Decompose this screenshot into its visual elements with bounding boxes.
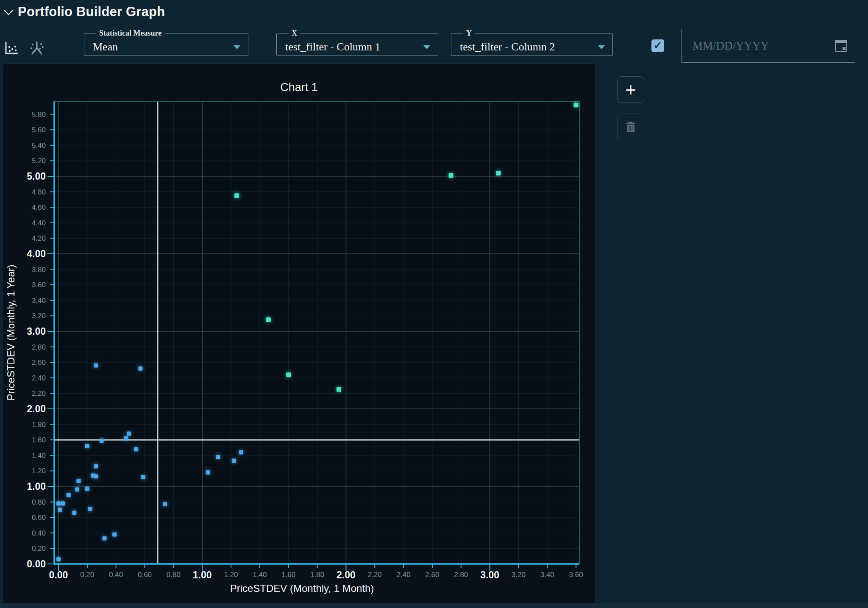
scatter-chart-icon[interactable] [3,41,19,56]
x-axis-value: test_filter - Column 1 [285,41,381,53]
scatter-point[interactable] [94,364,98,368]
x-tick-label: 1.20 [224,571,238,579]
scatter-point[interactable] [103,536,107,541]
y-tick-label: 2.00 [27,403,46,414]
scatter-point[interactable] [138,366,142,371]
scatter-point[interactable] [239,450,243,454]
scatter-point[interactable] [124,436,128,441]
y-tick-label: 5.40 [32,142,46,150]
x-axis-select[interactable]: X test_filter - Column 1 [276,29,438,56]
y-tick-label: 4.40 [32,219,46,227]
y-tick-label: 0.60 [32,514,46,522]
x-tick-label: 1.60 [281,571,295,579]
scatter-point[interactable] [75,487,79,491]
x-tick-label: 2.00 [337,569,356,580]
plot-area[interactable] [54,101,579,564]
y-tick-label: 5.80 [32,111,46,119]
y-tick-label: 5.60 [32,126,46,134]
x-tick-label: 3.00 [480,569,499,580]
y-tick-label: 1.00 [27,481,46,492]
scatter-point[interactable] [127,432,131,436]
y-tick-label: 2.40 [32,374,46,382]
statistical-measure-value: Mean [93,41,118,53]
scatter-point[interactable] [206,470,210,475]
y-tick-label: 4.60 [32,203,46,211]
scatter-point[interactable] [286,372,291,377]
y-tick-label: 4.00 [27,248,46,259]
y-tick-label: 3.20 [32,312,46,320]
scatter-point[interactable] [449,173,453,178]
x-tick-label: 1.40 [253,571,267,579]
scatter-3d-chart-icon[interactable] [29,41,45,56]
chart-1-canvas[interactable]: Chart 10.000.200.400.600.801.001.201.401… [3,64,595,604]
x-tick-label: 3.40 [540,571,554,579]
chart-title: Chart 1 [280,81,318,94]
scatter-point[interactable] [112,532,117,536]
scatter-point[interactable] [67,493,71,497]
scatter-point[interactable] [496,171,501,175]
y-tick-label: 5.20 [32,157,46,165]
scatter-point[interactable] [85,486,89,491]
date-input[interactable] [692,39,835,53]
statistical-measure-select[interactable]: Statistical Measure Mean [84,29,248,56]
dropdown-caret-icon[interactable] [598,45,605,49]
x-tick-label: 2.60 [425,571,439,579]
scatter-point[interactable] [134,447,138,451]
scatter-point[interactable] [88,507,92,511]
y-tick-label: 2.60 [32,358,46,366]
scatter-point[interactable] [163,502,167,506]
trash-icon [625,121,636,133]
scatter-point[interactable] [232,459,236,463]
y-tick-label: 1.60 [32,436,46,444]
scatter-point[interactable] [61,501,65,505]
bottom-divider [0,603,868,608]
y-tick-label: 2.80 [32,343,46,351]
y-tick-label: 0.40 [32,529,46,537]
chevron-down-icon[interactable] [4,6,14,16]
y-tick-label: 0.00 [27,558,46,569]
scatter-point[interactable] [85,444,89,448]
scatter-point[interactable] [94,474,98,478]
x-axis-label: X [289,29,300,38]
statistical-measure-label: Statistical Measure [96,29,164,38]
x-tick-label: 0.80 [167,571,181,579]
scatter-point[interactable] [76,479,81,483]
page-title: Portfolio Builder Graph [18,4,165,19]
date-input-box[interactable] [681,29,855,63]
y-tick-label: 3.40 [32,297,46,305]
y-tick-label: 0.80 [32,498,46,506]
dropdown-caret-icon[interactable] [234,45,240,49]
add-chart-button[interactable]: + [617,76,644,103]
dropdown-caret-icon[interactable] [423,45,430,49]
scatter-point[interactable] [234,193,239,198]
x-tick-label: 3.60 [569,571,583,579]
scatter-point[interactable] [58,508,62,512]
scatter-point[interactable] [100,439,104,443]
chart-panel: Chart 10.000.200.400.600.801.001.201.401… [3,64,595,604]
x-tick-label: 0.00 [49,569,68,580]
scatter-point[interactable] [141,475,145,479]
calendar-icon[interactable] [835,40,847,52]
x-tick-label: 2.40 [397,571,411,579]
y-tick-label: 1.20 [32,467,46,475]
y-tick-label: 3.60 [32,281,46,289]
x-tick-label: 0.40 [109,571,123,579]
delete-chart-button[interactable] [617,114,644,140]
x-tick-label: 2.80 [454,571,468,579]
y-axis-value: test_filter - Column 2 [460,41,555,53]
y-axis-select[interactable]: Y test_filter - Column 2 [451,29,613,56]
scatter-point[interactable] [216,455,220,459]
y-tick-label: 3.00 [27,326,46,337]
chart-type-toggle [3,40,48,57]
scatter-point[interactable] [337,387,341,392]
scatter-point[interactable] [56,557,61,561]
scatter-point[interactable] [56,501,61,505]
y-tick-label: 2.20 [32,389,46,397]
y-tick-label: 1.80 [32,421,46,429]
y-tick-label: 5.00 [27,171,46,182]
scatter-point[interactable] [72,511,76,515]
scatter-point[interactable] [574,103,579,107]
scatter-point[interactable] [94,464,98,468]
date-filter-checkbox[interactable]: ✓ [651,39,664,52]
scatter-point[interactable] [266,317,271,322]
